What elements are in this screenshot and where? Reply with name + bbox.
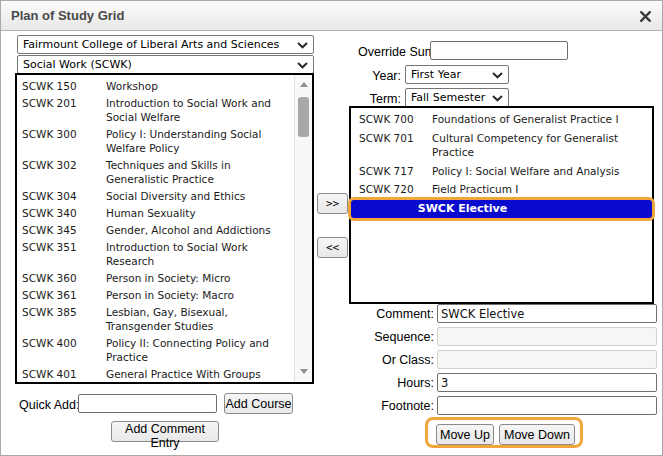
catalog-item[interactable]: SCWK 351Introduction to Social Work Rese…	[17, 238, 295, 269]
course-catalog-rows: SCWK 150Workshop SCWK 201Introduction to…	[17, 75, 295, 382]
program-select[interactable]: Social Work (SCWK)	[17, 55, 314, 74]
quick-add-input[interactable]	[78, 394, 217, 413]
catalog-scrollbar[interactable]	[294, 75, 312, 382]
title-bar: Plan of Study Grid	[1, 1, 662, 31]
catalog-item[interactable]: SCWK 340Human Sexuality	[17, 204, 295, 221]
college-select[interactable]: Fairmount College of Liberal Arts and Sc…	[17, 35, 314, 54]
catalog-item[interactable]: SCWK 385Lesbian, Gay, Bisexual, Transgen…	[17, 303, 295, 334]
course-title: Field Practicum I	[432, 182, 518, 197]
add-comment-entry-button[interactable]: Add Comment Entry	[111, 421, 219, 442]
chevron-down-icon	[492, 72, 503, 79]
override-sum-input[interactable]	[430, 41, 568, 60]
year-label: Year:	[353, 69, 401, 83]
course-title: Gender, Alcohol and Addictions	[106, 223, 271, 237]
override-sum-label: Override Sum	[358, 45, 435, 59]
course-code: SCWK 360	[17, 271, 106, 285]
plan-item[interactable]: SCWK 701Cultural Competency for Generali…	[351, 129, 652, 162]
plan-rows: SCWK 700Foundations of Generalist Practi…	[351, 108, 652, 218]
hours-input[interactable]	[437, 373, 657, 392]
term-select[interactable]: Fall Semester	[405, 88, 509, 107]
sequence-input	[437, 327, 657, 346]
course-code: SCWK 400	[17, 336, 106, 364]
term-select-value: Fall Semester	[411, 91, 485, 104]
catalog-item[interactable]: SCWK 304Social Diversity and Ethics	[17, 187, 295, 204]
catalog-item[interactable]: SCWK 345Gender, Alcohol and Addictions	[17, 221, 295, 238]
chevron-down-icon	[297, 42, 308, 49]
plan-courses-listbox: SCWK 700Foundations of Generalist Practi…	[349, 106, 654, 304]
course-title: General Practice With Groups	[106, 367, 261, 381]
year-select[interactable]: First Year	[405, 65, 509, 84]
comment-input[interactable]	[437, 304, 657, 323]
or-class-input	[437, 350, 657, 369]
quick-add-label: Quick Add:	[19, 398, 79, 412]
course-title: Policy I: Understanding Social Welfare P…	[106, 127, 261, 155]
plan-item-selected[interactable]: SWCK Elective	[351, 200, 652, 218]
course-code: SCWK 351	[17, 240, 106, 268]
catalog-item[interactable]: SCWK 360Person in Society: Micro	[17, 269, 295, 286]
chevron-down-icon	[492, 95, 503, 102]
catalog-item[interactable]: SCWK 400Policy II: Connecting Policy and…	[17, 334, 295, 365]
course-title: Person in Society: Micro	[106, 271, 230, 285]
catalog-item[interactable]: SCWK 401General Practice With Groups	[17, 365, 295, 382]
close-icon[interactable]	[639, 9, 652, 22]
term-label: Term:	[353, 92, 401, 106]
course-code: SCWK 300	[17, 127, 106, 155]
course-title: Person in Society: Macro	[106, 288, 234, 302]
selected-entry-title: SWCK Elective	[351, 200, 652, 218]
course-title: Policy I: Social Welfare and Analysis	[432, 164, 620, 179]
scroll-up-icon[interactable]	[295, 77, 312, 93]
dialog-title: Plan of Study Grid	[11, 1, 124, 30]
program-select-value: Social Work (SCWK)	[23, 58, 132, 71]
sequence-label: Sequence:	[353, 330, 434, 344]
course-code: SCWK 340	[17, 206, 106, 220]
course-code: SCWK 345	[17, 223, 106, 237]
comment-label: Comment:	[353, 307, 434, 321]
course-title: Social Diversity and Ethics	[106, 189, 245, 203]
course-catalog-listbox: SCWK 150Workshop SCWK 201Introduction to…	[15, 73, 314, 384]
catalog-item[interactable]: SCWK 300Policy I: Understanding Social W…	[17, 125, 295, 156]
hours-label: Hours:	[353, 376, 434, 390]
scroll-down-icon[interactable]	[295, 364, 312, 380]
catalog-item[interactable]: SCWK 150Workshop	[17, 77, 295, 94]
course-title: Lesbian, Gay, Bisexual, Transgender Stud…	[106, 305, 228, 333]
course-title: Policy II: Connecting Policy and Practic…	[106, 336, 269, 364]
college-select-value: Fairmount College of Liberal Arts and Sc…	[23, 38, 279, 51]
year-select-value: First Year	[411, 68, 461, 81]
course-code: SCWK 304	[17, 189, 106, 203]
add-course-to-plan-button[interactable]: >>	[317, 193, 348, 214]
course-title: Introduction to Social Work and Social W…	[106, 96, 271, 124]
course-code: SCWK 401	[17, 367, 106, 381]
plan-item[interactable]: SCWK 700Foundations of Generalist Practi…	[351, 110, 652, 129]
plan-of-study-grid-dialog: Plan of Study Grid Fairmount College of …	[0, 0, 663, 456]
course-code: SCWK 201	[17, 96, 106, 124]
course-code: SCWK 700	[351, 112, 432, 127]
catalog-item[interactable]: SCWK 201Introduction to Social Work and …	[17, 94, 295, 125]
course-code: SCWK 720	[351, 182, 432, 197]
footnote-label: Footnote:	[353, 399, 434, 413]
course-code: SCWK 361	[17, 288, 106, 302]
course-code: SCWK 717	[351, 164, 432, 179]
chevron-down-icon	[297, 62, 308, 69]
course-title: Workshop	[106, 79, 158, 93]
scrollbar-thumb[interactable]	[298, 97, 309, 137]
move-down-button[interactable]: Move Down	[499, 424, 575, 445]
course-code: SCWK 701	[351, 131, 432, 160]
course-code: SCWK 302	[17, 158, 106, 186]
course-title: Cultural Competency for Generalist Pract…	[432, 131, 618, 160]
course-title: Techniques and Skills in Generalistic Pr…	[106, 158, 231, 186]
move-up-button[interactable]: Move Up	[436, 424, 494, 445]
catalog-item[interactable]: SCWK 302Techniques and Skills in General…	[17, 156, 295, 187]
plan-item[interactable]: SCWK 717Policy I: Social Welfare and Ana…	[351, 162, 652, 181]
course-title: Foundations of Generalist Practice I	[432, 112, 618, 127]
footnote-input[interactable]	[437, 396, 657, 415]
add-course-button[interactable]: Add Course	[224, 393, 293, 414]
catalog-item[interactable]: SCWK 361Person in Society: Macro	[17, 286, 295, 303]
course-title: Introduction to Social Work Research	[106, 240, 248, 268]
remove-course-from-plan-button[interactable]: <<	[317, 237, 348, 258]
course-code: SCWK 150	[17, 79, 106, 93]
plan-item[interactable]: SCWK 720Field Practicum I	[351, 180, 652, 199]
or-class-label: Or Class:	[353, 353, 434, 367]
course-code: SCWK 385	[17, 305, 106, 333]
course-title: Human Sexuality	[106, 206, 196, 220]
